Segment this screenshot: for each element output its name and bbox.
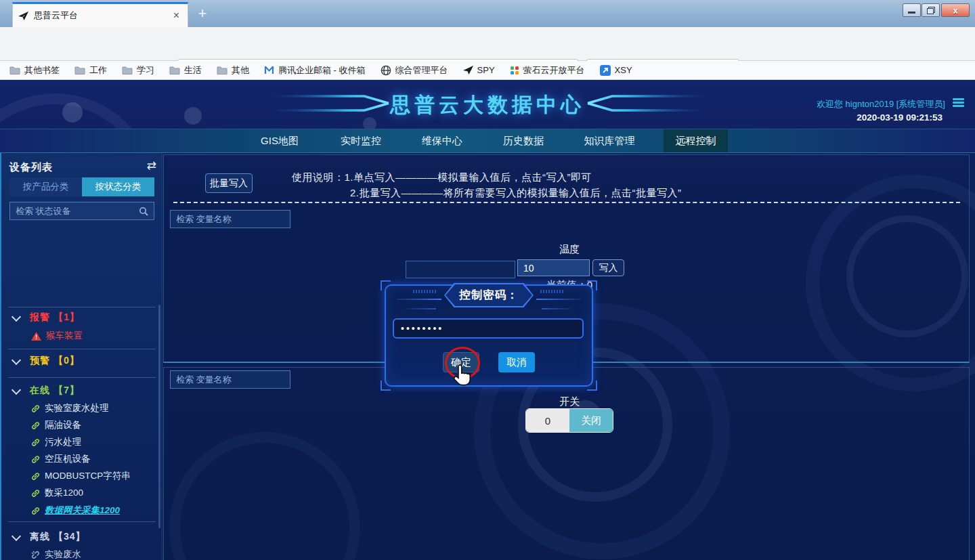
variable-search-input[interactable]: 检索 变量名称	[170, 210, 290, 228]
usage-instruction-line1: 使用说明：1.单点写入————模拟量输入值后，点击“写入”即可	[292, 171, 592, 184]
nav-realtime-monitor[interactable]: 实时监控	[330, 129, 391, 152]
device-item-online[interactable]: 隔油设备	[31, 419, 81, 431]
nav-remote-control[interactable]: 远程控制	[664, 129, 728, 152]
usage-instruction-line2: 2.批量写入————将所有需要写入的模拟量输入值后，点击“批量写入”	[350, 187, 682, 200]
nav-knowledge-base[interactable]: 知识库管理	[574, 129, 645, 152]
dialog-deco-line	[397, 299, 441, 300]
welcome-user[interactable]: 欢迎您 hignton2019 [系统管理员]	[817, 98, 945, 110]
switch-toggle[interactable]: 0 关闭	[525, 408, 613, 433]
dialog-corner	[587, 280, 597, 290]
group-warning[interactable]: 预警 【0】	[30, 355, 80, 367]
group-offline[interactable]: 离线 【34】	[30, 531, 85, 543]
nav-gis-map[interactable]: GIS地图	[249, 129, 310, 152]
tab-title: 思普云平台	[34, 9, 171, 22]
device-item-online[interactable]: MODBUSTCP字符串	[31, 470, 131, 482]
link-icon	[31, 404, 40, 413]
temperature-value-input[interactable]: 10	[517, 259, 590, 276]
tab-close-icon[interactable]: ×	[171, 10, 182, 21]
nav-maintenance-center[interactable]: 维保中心	[412, 129, 473, 152]
device-search-input[interactable]: 检索 状态设备	[9, 202, 154, 220]
bookmark-study[interactable]: 学习	[122, 64, 154, 77]
bookmark-misc[interactable]: 其他	[217, 64, 249, 77]
write-button[interactable]: 写入	[592, 259, 624, 276]
user-menu-icon[interactable]	[953, 98, 964, 108]
new-tab-button[interactable]: +	[194, 5, 211, 23]
variable-search-input2[interactable]: 检索 变量名称	[170, 370, 290, 389]
cancel-button[interactable]: 取消	[498, 352, 535, 372]
chevron-down-icon[interactable]	[12, 356, 21, 365]
dart-icon	[463, 66, 473, 74]
device-item-online[interactable]: 空压机设备	[31, 453, 91, 465]
switch-label: 开关	[542, 395, 597, 408]
broken-link-icon	[31, 551, 40, 559]
chevron-down-icon[interactable]	[12, 385, 21, 395]
group-alarm[interactable]: 报警 【1】	[30, 311, 80, 324]
group-online[interactable]: 在线 【7】	[30, 385, 80, 397]
sidebar-scrollbar[interactable]	[158, 305, 160, 528]
bookmark-work[interactable]: 工作	[74, 64, 107, 77]
device-item-online[interactable]: 实验室废水处理	[31, 402, 109, 414]
tab-by-status[interactable]: 按状态分类	[82, 177, 154, 196]
bookmark-ezviz[interactable]: 萤石云开放平台	[510, 64, 585, 77]
window-close-button[interactable]: x	[941, 3, 970, 17]
main-nav: GIS地图 实时监控 维保中心 历史数据 知识库管理 远程控制	[0, 129, 975, 153]
hand-cursor	[452, 364, 473, 387]
dialog-deco-ticks	[540, 290, 563, 293]
sidebar-title: 设备列表	[9, 161, 53, 174]
ezviz-dots-icon	[510, 66, 519, 75]
device-item-alarm[interactable]: 猴车装置	[31, 330, 83, 342]
switch-close-button[interactable]: 关闭	[569, 409, 613, 432]
window-titlebar: 思普云平台 × + x	[0, 0, 975, 27]
control-password-dialog: 控制密码： •••••••• 确定 取消	[385, 284, 593, 387]
dashed-divider	[173, 202, 960, 203]
device-item-offline[interactable]: 实验废水	[31, 548, 81, 560]
dialog-title: 控制密码：	[446, 284, 532, 306]
folder-icon	[74, 66, 85, 74]
link-icon	[31, 455, 40, 464]
dialog-deco-ticks	[413, 290, 436, 293]
web-page: 思普云大数据中心 欢迎您 hignton2019 [系统管理员] 2020-03…	[0, 80, 975, 560]
folder-icon	[169, 66, 180, 74]
link-icon	[31, 472, 40, 481]
divider	[8, 377, 156, 378]
bookmark-other[interactable]: 其他书签	[9, 64, 60, 77]
globe-icon	[381, 65, 391, 76]
dialog-corner	[381, 280, 391, 290]
link-icon	[31, 489, 40, 498]
bookmark-xsy[interactable]: XSY	[600, 65, 632, 76]
bookmarks-bar: 其他书签 工作 学习 生活 其他 腾讯企业邮箱 - 收件箱 综合管理平台 SPY…	[0, 61, 975, 80]
nav-history-data[interactable]: 历史数据	[493, 129, 554, 152]
window-restore-button[interactable]	[922, 3, 940, 17]
browser-tab[interactable]: 思普云平台 ×	[12, 2, 188, 27]
chevron-down-icon[interactable]	[12, 532, 21, 541]
tab-by-product[interactable]: 按产品分类	[9, 177, 82, 196]
switch-value: 0	[526, 409, 569, 432]
bookmark-mgmt-platform[interactable]: 综合管理平台	[381, 64, 448, 77]
batch-write-button[interactable]: 批量写入	[205, 173, 253, 193]
device-item-online[interactable]: 污水处理	[31, 436, 81, 448]
divider	[8, 307, 156, 307]
sidebar-collapse-icon[interactable]: ⇄	[147, 158, 156, 173]
device-search-placeholder: 检索 状态设备	[16, 205, 71, 217]
chevron-down-icon[interactable]	[12, 312, 21, 322]
dialog-corner	[587, 381, 597, 391]
dialog-corner	[381, 381, 391, 391]
dialog-deco-line	[406, 308, 436, 309]
folder-icon	[217, 66, 228, 74]
dialog-title-badge: 控制密码：	[444, 283, 534, 307]
tab-favicon-dart-icon	[18, 12, 28, 20]
link-icon	[31, 421, 40, 430]
device-item-selected[interactable]: 数据网关采集1200	[31, 504, 120, 517]
window-minimize-button[interactable]	[903, 3, 921, 17]
datetime: 2020-03-19 09:21:53	[857, 112, 942, 123]
bookmark-spy[interactable]: SPY	[463, 65, 495, 75]
password-input[interactable]: ••••••••	[393, 318, 584, 339]
divider	[8, 521, 156, 522]
bookmark-tencent-mail[interactable]: 腾讯企业邮箱 - 收件箱	[264, 64, 366, 77]
variable-name-box[interactable]	[406, 261, 515, 278]
bookmark-life[interactable]: 生活	[169, 64, 202, 77]
device-list-sidebar: 设备列表 ⇄ 按产品分类 按状态分类 检索 状态设备 报警 【1】 猴车装置 预…	[0, 153, 162, 560]
link-icon	[31, 438, 40, 447]
device-item-online[interactable]: 数采1200	[31, 487, 83, 499]
folder-icon	[9, 66, 20, 74]
